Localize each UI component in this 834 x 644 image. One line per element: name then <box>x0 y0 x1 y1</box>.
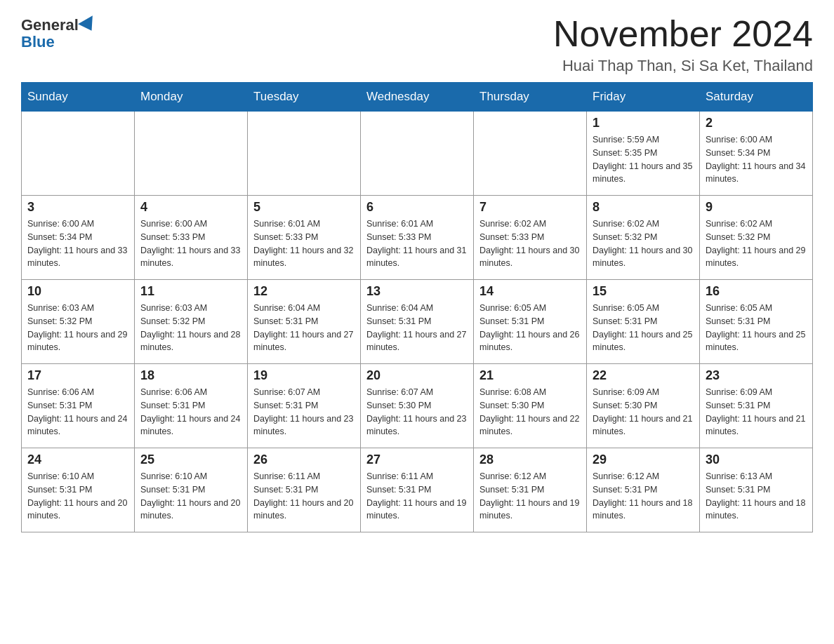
day-info: Sunrise: 6:03 AMSunset: 5:32 PMDaylight:… <box>140 302 241 354</box>
day-number: 6 <box>366 200 468 215</box>
calendar-day-cell: 2Sunrise: 6:00 AMSunset: 5:34 PMDaylight… <box>700 112 813 196</box>
title-section: November 2024 Huai Thap Than, Si Sa Ket,… <box>553 14 813 75</box>
day-info: Sunrise: 6:05 AMSunset: 5:31 PMDaylight:… <box>706 302 807 354</box>
day-info: Sunrise: 5:59 AMSunset: 5:35 PMDaylight:… <box>593 133 694 186</box>
day-info: Sunrise: 6:11 AMSunset: 5:31 PMDaylight:… <box>253 470 355 523</box>
day-number: 1 <box>593 116 694 130</box>
day-info: Sunrise: 6:04 AMSunset: 5:31 PMDaylight:… <box>253 302 355 354</box>
day-number: 14 <box>479 284 581 299</box>
page-header: General Blue November 2024 Huai Thap Tha… <box>21 14 813 75</box>
month-title: November 2024 <box>553 14 813 54</box>
calendar-day-cell: 13Sunrise: 6:04 AMSunset: 5:31 PMDayligh… <box>361 280 474 364</box>
day-number: 8 <box>593 200 694 215</box>
day-of-week-header: Saturday <box>700 83 813 112</box>
day-number: 3 <box>27 200 128 215</box>
calendar-week-row: 10Sunrise: 6:03 AMSunset: 5:32 PMDayligh… <box>22 280 813 364</box>
calendar-day-cell: 4Sunrise: 6:00 AMSunset: 5:33 PMDaylight… <box>135 196 248 280</box>
calendar-table: SundayMondayTuesdayWednesdayThursdayFrid… <box>21 82 813 532</box>
calendar-day-cell: 27Sunrise: 6:11 AMSunset: 5:31 PMDayligh… <box>361 448 474 532</box>
day-info: Sunrise: 6:08 AMSunset: 5:30 PMDaylight:… <box>479 386 581 438</box>
day-info: Sunrise: 6:02 AMSunset: 5:32 PMDaylight:… <box>706 217 807 270</box>
calendar-day-cell: 11Sunrise: 6:03 AMSunset: 5:32 PMDayligh… <box>135 280 248 364</box>
calendar-day-cell: 9Sunrise: 6:02 AMSunset: 5:32 PMDaylight… <box>700 196 813 280</box>
day-info: Sunrise: 6:03 AMSunset: 5:32 PMDaylight:… <box>27 302 128 354</box>
calendar-day-cell: 5Sunrise: 6:01 AMSunset: 5:33 PMDaylight… <box>248 196 361 280</box>
logo-arrow-icon <box>78 15 99 35</box>
day-info: Sunrise: 6:00 AMSunset: 5:34 PMDaylight:… <box>27 217 128 270</box>
calendar-week-row: 1Sunrise: 5:59 AMSunset: 5:35 PMDaylight… <box>22 112 813 196</box>
calendar-day-cell: 26Sunrise: 6:11 AMSunset: 5:31 PMDayligh… <box>248 448 361 532</box>
calendar-week-row: 3Sunrise: 6:00 AMSunset: 5:34 PMDaylight… <box>22 196 813 280</box>
day-number: 28 <box>479 452 581 467</box>
calendar-day-cell: 6Sunrise: 6:01 AMSunset: 5:33 PMDaylight… <box>361 196 474 280</box>
day-number: 18 <box>140 368 241 383</box>
day-number: 7 <box>479 200 581 215</box>
calendar-day-cell: 28Sunrise: 6:12 AMSunset: 5:31 PMDayligh… <box>474 448 587 532</box>
day-number: 4 <box>140 200 241 215</box>
day-number: 19 <box>253 368 355 383</box>
day-info: Sunrise: 6:07 AMSunset: 5:31 PMDaylight:… <box>253 386 355 438</box>
calendar-day-cell: 7Sunrise: 6:02 AMSunset: 5:33 PMDaylight… <box>474 196 587 280</box>
day-of-week-header: Sunday <box>22 83 135 112</box>
day-number: 9 <box>706 200 807 215</box>
calendar-day-cell <box>248 112 361 196</box>
day-info: Sunrise: 6:13 AMSunset: 5:31 PMDaylight:… <box>706 470 807 523</box>
day-number: 17 <box>27 368 128 383</box>
day-number: 26 <box>253 452 355 467</box>
day-number: 11 <box>140 284 241 299</box>
calendar-week-row: 24Sunrise: 6:10 AMSunset: 5:31 PMDayligh… <box>22 448 813 532</box>
calendar-day-cell: 24Sunrise: 6:10 AMSunset: 5:31 PMDayligh… <box>22 448 135 532</box>
day-number: 29 <box>593 452 694 467</box>
day-info: Sunrise: 6:06 AMSunset: 5:31 PMDaylight:… <box>27 386 128 438</box>
day-info: Sunrise: 6:00 AMSunset: 5:33 PMDaylight:… <box>140 217 241 270</box>
day-of-week-header: Friday <box>587 83 700 112</box>
logo: General Blue <box>21 14 97 51</box>
calendar-day-cell: 8Sunrise: 6:02 AMSunset: 5:32 PMDaylight… <box>587 196 700 280</box>
day-info: Sunrise: 6:11 AMSunset: 5:31 PMDaylight:… <box>366 470 468 523</box>
calendar-header-row: SundayMondayTuesdayWednesdayThursdayFrid… <box>22 83 813 112</box>
day-info: Sunrise: 6:10 AMSunset: 5:31 PMDaylight:… <box>27 470 128 523</box>
day-number: 30 <box>706 452 807 467</box>
day-number: 22 <box>593 368 694 383</box>
calendar-day-cell: 20Sunrise: 6:07 AMSunset: 5:30 PMDayligh… <box>361 364 474 448</box>
day-number: 13 <box>366 284 468 299</box>
day-number: 16 <box>706 284 807 299</box>
day-info: Sunrise: 6:05 AMSunset: 5:31 PMDaylight:… <box>479 302 581 354</box>
calendar-day-cell: 23Sunrise: 6:09 AMSunset: 5:31 PMDayligh… <box>700 364 813 448</box>
day-info: Sunrise: 6:01 AMSunset: 5:33 PMDaylight:… <box>253 217 355 270</box>
calendar-day-cell <box>22 112 135 196</box>
calendar-day-cell: 15Sunrise: 6:05 AMSunset: 5:31 PMDayligh… <box>587 280 700 364</box>
day-info: Sunrise: 6:09 AMSunset: 5:31 PMDaylight:… <box>706 386 807 438</box>
day-info: Sunrise: 6:00 AMSunset: 5:34 PMDaylight:… <box>706 133 807 186</box>
calendar-day-cell: 16Sunrise: 6:05 AMSunset: 5:31 PMDayligh… <box>700 280 813 364</box>
calendar-day-cell <box>135 112 248 196</box>
calendar-day-cell: 21Sunrise: 6:08 AMSunset: 5:30 PMDayligh… <box>474 364 587 448</box>
day-number: 27 <box>366 452 468 467</box>
logo-general: General <box>21 18 79 33</box>
location-title: Huai Thap Than, Si Sa Ket, Thailand <box>553 57 813 75</box>
day-number: 24 <box>27 452 128 467</box>
day-number: 25 <box>140 452 241 467</box>
calendar-day-cell: 3Sunrise: 6:00 AMSunset: 5:34 PMDaylight… <box>22 196 135 280</box>
day-info: Sunrise: 6:09 AMSunset: 5:30 PMDaylight:… <box>593 386 694 438</box>
day-number: 20 <box>366 368 468 383</box>
calendar-day-cell: 19Sunrise: 6:07 AMSunset: 5:31 PMDayligh… <box>248 364 361 448</box>
calendar-day-cell: 12Sunrise: 6:04 AMSunset: 5:31 PMDayligh… <box>248 280 361 364</box>
calendar-day-cell: 18Sunrise: 6:06 AMSunset: 5:31 PMDayligh… <box>135 364 248 448</box>
calendar-day-cell: 10Sunrise: 6:03 AMSunset: 5:32 PMDayligh… <box>22 280 135 364</box>
day-info: Sunrise: 6:05 AMSunset: 5:31 PMDaylight:… <box>593 302 694 354</box>
day-info: Sunrise: 6:02 AMSunset: 5:32 PMDaylight:… <box>593 217 694 270</box>
calendar-week-row: 17Sunrise: 6:06 AMSunset: 5:31 PMDayligh… <box>22 364 813 448</box>
calendar-day-cell: 25Sunrise: 6:10 AMSunset: 5:31 PMDayligh… <box>135 448 248 532</box>
day-of-week-header: Tuesday <box>248 83 361 112</box>
day-of-week-header: Wednesday <box>361 83 474 112</box>
day-of-week-header: Monday <box>135 83 248 112</box>
calendar-day-cell <box>361 112 474 196</box>
day-number: 5 <box>253 200 355 215</box>
day-info: Sunrise: 6:06 AMSunset: 5:31 PMDaylight:… <box>140 386 241 438</box>
calendar-day-cell <box>474 112 587 196</box>
day-number: 10 <box>27 284 128 299</box>
day-info: Sunrise: 6:12 AMSunset: 5:31 PMDaylight:… <box>593 470 694 523</box>
day-info: Sunrise: 6:04 AMSunset: 5:31 PMDaylight:… <box>366 302 468 354</box>
calendar-day-cell: 22Sunrise: 6:09 AMSunset: 5:30 PMDayligh… <box>587 364 700 448</box>
